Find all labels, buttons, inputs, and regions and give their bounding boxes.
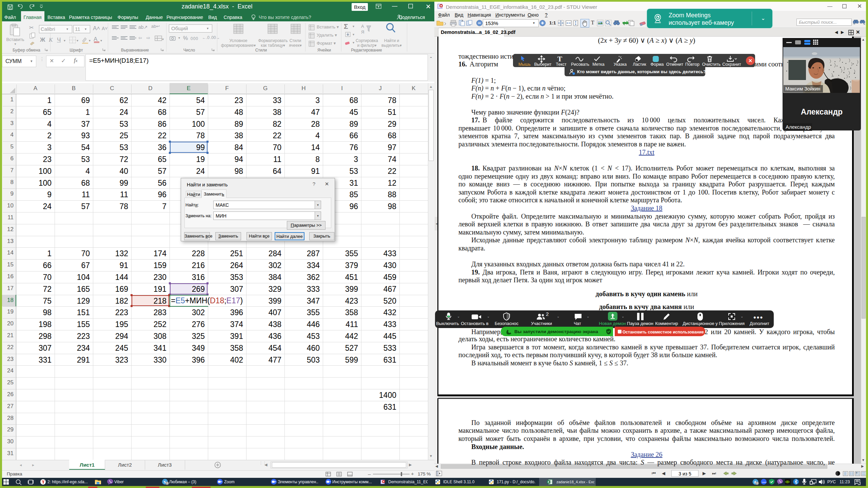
svg-text:zoom: zoom	[762, 481, 767, 483]
svg-text:X: X	[548, 480, 550, 484]
svg-text:Я: Я	[361, 29, 364, 35]
svg-text:T: T	[557, 55, 562, 63]
svg-text:А: А	[361, 24, 364, 29]
